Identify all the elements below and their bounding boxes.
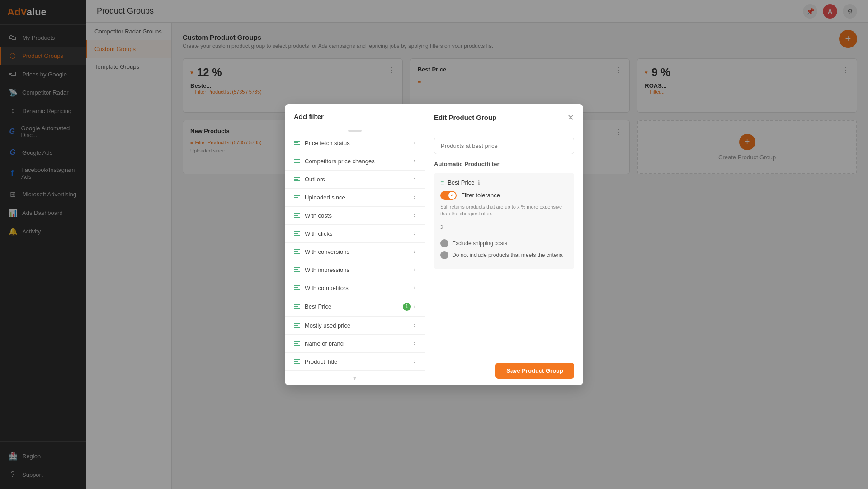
filter-item-best-price[interactable]: Best Price 1 › bbox=[285, 297, 425, 317]
chevron-right-icon: › bbox=[414, 340, 415, 347]
filter-box: ≡ Best Price ℹ ✓ Filter tolerance Still … bbox=[434, 173, 574, 270]
filter-item-competitors-price-changes[interactable]: Competitors price changes › bbox=[285, 152, 425, 171]
chevron-right-icon: › bbox=[414, 140, 415, 146]
filter-badge: 1 bbox=[403, 303, 411, 311]
toggle-label: Filter tolerance bbox=[461, 192, 500, 199]
filter-box-name: Best Price bbox=[448, 179, 474, 186]
tolerance-description: Still retains products that are up to x … bbox=[440, 204, 568, 218]
edit-panel-footer: Save Product Group bbox=[425, 356, 583, 385]
filter-lines-icon bbox=[294, 177, 300, 181]
chevron-right-icon: › bbox=[414, 212, 415, 218]
filter-lines-icon bbox=[294, 141, 300, 145]
filter-lines-icon bbox=[294, 341, 300, 346]
filter-lines-icon bbox=[294, 359, 300, 364]
exclude-shipping-row: — Exclude shipping costs bbox=[440, 239, 568, 247]
filter-panel-header: Add filter bbox=[285, 104, 425, 127]
auto-filter-label: Automatic Productfilter bbox=[434, 161, 574, 167]
chevron-right-icon: › bbox=[414, 194, 415, 200]
toggle-knob: ✓ bbox=[448, 192, 456, 199]
filter-lines-icon bbox=[294, 159, 300, 163]
filter-lines-icon bbox=[294, 323, 300, 328]
chevron-right-icon: › bbox=[414, 158, 415, 164]
filter-lines-icon bbox=[294, 249, 300, 254]
filter-item-with-conversions[interactable]: With conversions › bbox=[285, 243, 425, 261]
filter-item-name-of-brand[interactable]: Name of brand › bbox=[285, 335, 425, 353]
filter-item-uploaded-since[interactable]: Uploaded since › bbox=[285, 189, 425, 207]
filter-item-outliers[interactable]: Outliers › bbox=[285, 171, 425, 189]
filter-panel-title: Add filter bbox=[294, 113, 415, 120]
exclude-criteria-label: Do not include products that meets the c… bbox=[452, 252, 563, 258]
tolerance-input[interactable] bbox=[440, 222, 476, 233]
filter-lines-icon bbox=[294, 231, 300, 236]
info-icon[interactable]: ℹ bbox=[478, 180, 480, 186]
filter-list: Price fetch status › Competitors price c… bbox=[285, 134, 425, 371]
filter-lines-icon bbox=[294, 195, 300, 199]
filter-item-with-costs[interactable]: With costs › bbox=[285, 207, 425, 225]
filter-lines-icon bbox=[294, 285, 300, 290]
exclude-shipping-icon: — bbox=[440, 239, 448, 247]
edit-panel-title: Edit Product Group bbox=[434, 114, 496, 121]
chevron-right-icon: › bbox=[414, 230, 415, 237]
filter-panel: Add filter Price fetch status › bbox=[285, 104, 425, 385]
chevron-right-icon: › bbox=[414, 304, 415, 310]
group-name-input[interactable] bbox=[434, 138, 574, 154]
chevron-right-icon: › bbox=[414, 248, 415, 255]
exclude-criteria-icon: — bbox=[440, 251, 448, 259]
save-product-group-button[interactable]: Save Product Group bbox=[495, 363, 574, 379]
chevron-right-icon: › bbox=[414, 176, 415, 182]
exclude-shipping-label: Exclude shipping costs bbox=[452, 240, 507, 247]
modal-overlay[interactable]: Add filter Price fetch status › bbox=[0, 0, 868, 489]
filter-lines-icon bbox=[294, 213, 300, 218]
filter-lines-icon bbox=[294, 304, 300, 309]
chevron-right-icon: › bbox=[414, 266, 415, 273]
filter-item-mostly-used-price[interactable]: Mostly used price › bbox=[285, 317, 425, 335]
chevron-right-icon: › bbox=[414, 322, 415, 328]
filter-item-with-impressions[interactable]: With impressions › bbox=[285, 261, 425, 279]
add-filter-modal: Add filter Price fetch status › bbox=[285, 104, 583, 385]
filter-item-product-title[interactable]: Product Title › bbox=[285, 353, 425, 371]
close-button[interactable]: ✕ bbox=[567, 113, 574, 123]
chevron-right-icon: › bbox=[414, 285, 415, 291]
filter-box-header: ≡ Best Price ℹ bbox=[440, 179, 568, 186]
edit-panel-header: Edit Product Group ✕ bbox=[425, 104, 583, 129]
filter-tolerance-toggle[interactable]: ✓ bbox=[440, 191, 457, 200]
filter-item-with-competitors[interactable]: With competitors › bbox=[285, 279, 425, 297]
filter-lines-icon bbox=[294, 267, 300, 272]
exclude-criteria-row: — Do not include products that meets the… bbox=[440, 251, 568, 259]
edit-panel: Edit Product Group ✕ Automatic Productfi… bbox=[425, 104, 583, 385]
toggle-row: ✓ Filter tolerance bbox=[440, 191, 568, 200]
chevron-right-icon: › bbox=[414, 358, 415, 365]
filter-item-with-clicks[interactable]: With clicks › bbox=[285, 225, 425, 243]
scroll-indicator: ▼ bbox=[285, 371, 425, 385]
edit-panel-body: Automatic Productfilter ≡ Best Price ℹ ✓ bbox=[425, 129, 583, 356]
filter-item-price-fetch-status[interactable]: Price fetch status › bbox=[285, 134, 425, 152]
